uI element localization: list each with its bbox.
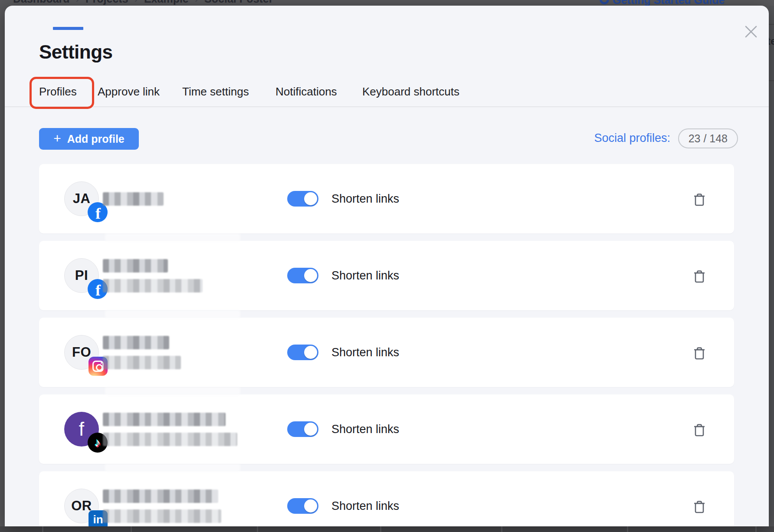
breadcrumb: Dashboard›Projects›Example›Social Poster	[13, 0, 273, 5]
close-button[interactable]	[737, 18, 765, 46]
toggle-knob	[304, 192, 317, 205]
shorten-links-label: Shorten links	[331, 471, 399, 526]
redaction-blur-strip	[105, 310, 240, 318]
trash-icon	[693, 423, 705, 437]
trash-icon	[693, 269, 705, 283]
table-grid-line	[627, 526, 628, 532]
tab-keyboard-shortcuts[interactable]: Keyboard shortcuts	[362, 82, 459, 101]
redacted-text-line	[103, 336, 169, 349]
trash-icon	[693, 193, 705, 207]
table-grid-line	[380, 526, 381, 532]
breadcrumb-item: Projects	[85, 0, 128, 5]
breadcrumb-item: Example	[144, 0, 189, 5]
shorten-links-toggle[interactable]	[287, 498, 318, 514]
page-title: Settings	[39, 41, 113, 63]
delete-profile-button[interactable]	[691, 268, 708, 285]
add-profile-button[interactable]: + Add profile	[39, 128, 139, 150]
shorten-links-label: Shorten links	[331, 164, 399, 233]
page-right-strip: te	[769, 6, 774, 526]
toggle-knob	[304, 499, 317, 512]
trash-icon	[693, 500, 705, 514]
toggle-knob	[304, 423, 317, 436]
tab-bar: ProfilesApprove linkTime settingsNotific…	[5, 82, 769, 106]
profile-row: f ♪ Shorten links	[39, 394, 734, 464]
redacted-text-line	[103, 279, 203, 292]
profile-name-redacted	[103, 164, 164, 233]
profile-name-redacted	[103, 318, 181, 387]
redaction-blur-strip	[105, 464, 240, 472]
shorten-links-toggle[interactable]	[287, 345, 318, 360]
divider	[769, 80, 774, 81]
tab-approve-link[interactable]: Approve link	[98, 82, 160, 101]
close-icon	[743, 24, 759, 39]
add-profile-label: Add profile	[67, 133, 125, 145]
trash-icon	[693, 346, 705, 360]
table-grid-line	[755, 526, 757, 532]
divider	[769, 24, 774, 25]
tab-notifications[interactable]: Notifications	[275, 82, 337, 101]
redaction-blur-strip	[105, 233, 240, 241]
social-profiles-label: Social profiles:	[594, 131, 670, 145]
delete-profile-button[interactable]	[691, 345, 708, 362]
shorten-links-toggle[interactable]	[287, 421, 318, 437]
delete-profile-button[interactable]	[691, 498, 708, 516]
profile-row: FO Shorten links	[39, 318, 734, 387]
screen: Dashboard›Projects›Example›Social Poster…	[0, 0, 774, 532]
breadcrumb-item: Social Poster	[204, 0, 273, 5]
shorten-links-label: Shorten links	[331, 318, 399, 387]
profile-name-redacted	[103, 471, 221, 526]
redacted-text-line	[103, 356, 181, 369]
page-table-strip	[0, 526, 774, 532]
profile-row: PI f Shorten links	[39, 241, 734, 310]
redacted-text-line	[103, 509, 221, 523]
page-header-strip: Dashboard›Projects›Example›Social Poster…	[0, 0, 774, 6]
redacted-text-line	[103, 489, 218, 503]
redacted-text-line	[103, 413, 226, 426]
tabs-divider	[5, 106, 769, 107]
redaction-blur-strip	[105, 387, 240, 395]
delete-profile-button[interactable]	[691, 421, 708, 439]
profile-name-redacted	[103, 241, 203, 310]
profile-row: JA f Shorten links	[39, 164, 734, 233]
settings-modal: Settings ProfilesApprove linkTime settin…	[5, 6, 769, 526]
shorten-links-label: Shorten links	[331, 241, 399, 310]
plus-icon: +	[53, 131, 61, 146]
getting-started-icon	[600, 0, 609, 4]
active-tab-underline	[53, 27, 83, 30]
profile-name-redacted	[103, 394, 237, 464]
shorten-links-toggle[interactable]	[287, 191, 318, 207]
tab-time-settings[interactable]: Time settings	[182, 82, 249, 101]
table-grid-line	[42, 526, 43, 532]
delete-profile-button[interactable]	[691, 191, 708, 208]
tab-profiles[interactable]: Profiles	[39, 82, 77, 101]
table-grid-line	[131, 526, 132, 532]
redacted-text-line	[103, 259, 168, 273]
toggle-knob	[304, 346, 317, 359]
profile-count-badge: 23 / 148	[678, 128, 738, 148]
shorten-links-toggle[interactable]	[287, 268, 318, 283]
redacted-text-line	[103, 192, 164, 206]
redacted-text-line	[103, 433, 237, 446]
table-grid-line	[501, 526, 502, 532]
toggle-knob	[304, 269, 317, 282]
table-grid-line	[257, 526, 258, 532]
getting-started-link: Getting Started Guide	[613, 0, 725, 6]
profile-row: OR in Shorten links	[39, 471, 734, 526]
breadcrumb-item: Dashboard	[13, 0, 70, 5]
shorten-links-label: Shorten links	[331, 394, 399, 464]
page-text-fragment: te	[769, 35, 774, 47]
